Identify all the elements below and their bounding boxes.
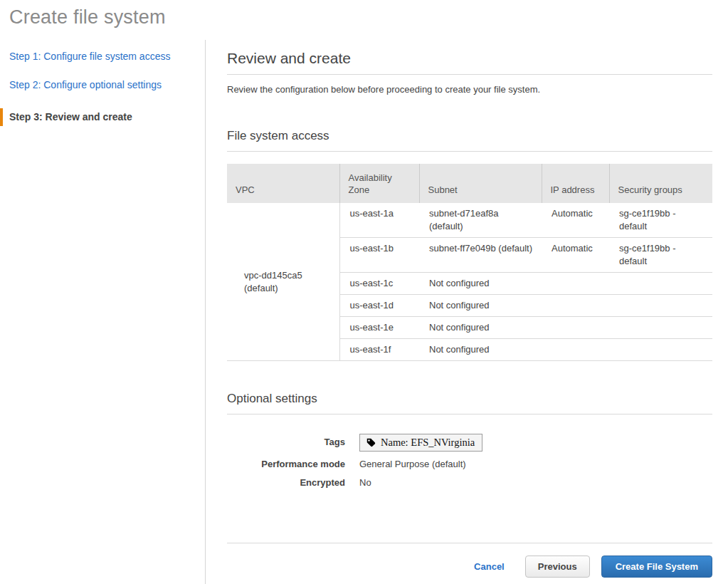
ip-cell [542,339,609,361]
encrypted-row: Encrypted No [227,477,712,489]
previous-button[interactable]: Previous [525,556,590,578]
security-groups-cell [609,273,712,295]
ip-cell [542,273,609,295]
create-file-system-button[interactable]: Create File System [601,556,712,578]
security-groups-cell: sg-ce1f19bb - default [609,238,712,273]
encrypted-value: No [359,477,371,489]
tag-text: Name: EFS_NVirginia [381,437,475,448]
subnet-cell: Not configured [419,295,542,317]
security-groups-cell [609,339,712,361]
subnet-cell: Not configured [419,339,542,361]
file-system-access-heading: File system access [227,129,712,142]
az-cell: us-east-1d [339,295,419,317]
file-system-access-table: VPC Availability Zone Subnet IP address … [227,164,712,361]
tag-badge: Name: EFS_NVirginia [359,434,482,452]
content-area: Step 1: Configure file system access Ste… [0,40,728,584]
vpc-cell: vpc-dd145ca5 (default) [227,203,339,361]
az-cell: us-east-1e [339,317,419,339]
performance-mode-label: Performance mode [227,459,345,470]
optional-settings-divider [227,414,712,414]
sidebar-step-2[interactable]: Step 2: Configure optional settings [0,80,205,90]
optional-settings-heading: Optional settings [227,392,712,405]
heading-divider [227,74,712,75]
security-groups-cell [609,295,712,317]
review-heading: Review and create [227,50,712,66]
cancel-link[interactable]: Cancel [474,561,505,572]
column-header-subnet: Subnet [419,164,542,203]
subnet-cell: Not configured [419,273,542,295]
wizard-footer: Cancel Previous Create File System [227,543,712,584]
ip-cell [542,295,609,317]
review-description: Review the configuration below before pr… [227,84,712,95]
tags-row: Tags Name: EFS_NVirginia [227,434,712,452]
az-cell: us-east-1f [339,339,419,361]
ip-cell: Automatic [542,203,609,238]
tags-label: Tags [227,434,345,448]
table-header-row: VPC Availability Zone Subnet IP address … [227,164,712,203]
subnet-cell: Not configured [419,317,542,339]
az-cell: us-east-1c [339,273,419,295]
sidebar-step-3-active: Step 3: Review and create [0,108,205,126]
file-system-access-divider [227,151,712,152]
tag-icon [366,437,376,447]
column-header-security-groups: Security groups [609,164,712,203]
table-row: vpc-dd145ca5 (default) us-east-1a subnet… [227,203,712,238]
optional-settings-fields: Tags Name: EFS_NVirginia Performance [227,434,712,489]
performance-mode-value: General Purpose (default) [359,459,466,470]
column-header-availability-zone: Availability Zone [339,164,419,203]
page-header: Create file system [0,0,728,40]
main-panel: Review and create Review the configurati… [206,40,728,584]
security-groups-cell [609,317,712,339]
encrypted-label: Encrypted [227,477,345,489]
column-header-vpc: VPC [227,164,339,203]
performance-mode-row: Performance mode General Purpose (defaul… [227,459,712,470]
sidebar-step-1[interactable]: Step 1: Configure file system access [0,51,205,62]
az-cell: us-east-1b [339,238,419,273]
column-header-ip-address: IP address [542,164,609,203]
page-title: Create file system [9,6,728,28]
security-groups-cell: sg-ce1f19bb - default [609,203,712,238]
az-cell: us-east-1a [339,203,419,238]
wizard-steps-sidebar: Step 1: Configure file system access Ste… [0,40,206,584]
ip-cell: Automatic [542,238,609,273]
subnet-cell: subnet-ff7e049b (default) [419,238,542,273]
subnet-cell: subnet-d71eaf8a (default) [419,203,542,238]
tags-value: Name: EFS_NVirginia [359,434,482,452]
ip-cell [542,317,609,339]
